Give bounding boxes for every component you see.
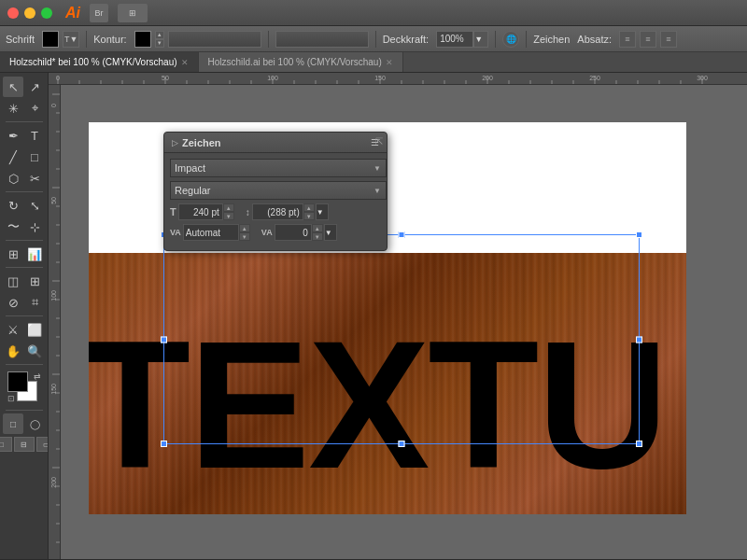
font-size-row: T ▲ ▼ ↕: [170, 203, 381, 220]
kerning-spinbox-btns: ▲ ▼: [239, 224, 250, 241]
font-color-swatch[interactable]: [42, 31, 59, 48]
pen-tool-btn[interactable]: ✒: [3, 125, 23, 146]
align-center-btn[interactable]: ≡: [640, 31, 656, 48]
deckkraft-input[interactable]: [436, 31, 473, 48]
font-style-select[interactable]: Regular: [170, 181, 387, 200]
blend-tool-btn[interactable]: ⌗: [24, 292, 45, 313]
leading-input[interactable]: [252, 203, 303, 220]
symbol-tool-btn[interactable]: ⊞: [3, 244, 23, 264]
direct-selection-tool-btn[interactable]: ↗: [24, 77, 45, 97]
leading-unit-select[interactable]: ▼: [316, 203, 329, 220]
eraser-tool-btn[interactable]: ⬜: [24, 319, 45, 340]
hand-tool-btn[interactable]: ✋: [3, 341, 23, 361]
kontur-up[interactable]: ▲: [155, 31, 164, 39]
kerning-up-btn[interactable]: ▲: [239, 224, 250, 232]
font-family-row: Impact ▼: [170, 159, 381, 177]
kontur-down[interactable]: ▼: [155, 39, 164, 48]
presentation-mode-btn[interactable]: ▭: [36, 437, 49, 452]
profile-select[interactable]: [275, 31, 369, 48]
tracking-unit-select[interactable]: ▼: [324, 224, 337, 241]
panel-collapse-btn[interactable]: ▷: [172, 138, 178, 147]
warp-tool-btn[interactable]: 〜: [3, 217, 23, 237]
zeichen-panel-titlebar[interactable]: ▷ Zeichen ☰ ⇱: [164, 133, 387, 153]
gradient-tool-btn[interactable]: ◫: [3, 271, 23, 291]
zeichen-panel: ▷ Zeichen ☰ ⇱ Impact ▼: [163, 132, 388, 251]
tool-separator-7: [6, 410, 43, 411]
font-family-select[interactable]: Impact: [170, 159, 387, 177]
tab-label: Holzschild.ai bei 100 % (CMYK/Vorschau): [208, 57, 382, 67]
slice-tool-btn[interactable]: ⚔: [3, 319, 23, 340]
kerning-down-btn[interactable]: ▼: [239, 232, 250, 241]
canvas-text: TEXTU: [89, 314, 667, 496]
close-button[interactable]: [7, 7, 19, 19]
zeichen-label[interactable]: Zeichen: [533, 34, 570, 45]
swap-colors-icon[interactable]: ⇄: [34, 371, 41, 381]
paintbucket-tool-btn[interactable]: ⬡: [3, 168, 23, 189]
stroke-btn[interactable]: ◯: [24, 413, 45, 434]
zeichen-panel-body: Impact ▼ Regular ▼: [164, 153, 387, 250]
settings-globe-icon[interactable]: 🌐: [502, 31, 519, 48]
bridge-icon[interactable]: Br: [90, 4, 108, 22]
options-bar: Schrift T▼ Kontur: ▲ ▼ Deckkraft: ▼ 🌐 Ze…: [0, 26, 747, 52]
panel-resize-icon[interactable]: ⇱: [375, 136, 383, 147]
tracking-spinbox: ▲ ▼ ▼: [275, 224, 337, 241]
font-options-btn[interactable]: T▼: [63, 31, 79, 48]
rotate-tool-btn[interactable]: ↻: [3, 195, 23, 216]
toolbar: ↖ ↗ ✳ ⌖ ✒ T ╱ □ ⬡ ✂ ↻ ⤡ 〜 ⊹ ⊞: [0, 73, 49, 559]
fullscreen-mode-btn[interactable]: ⊟: [14, 437, 35, 452]
zoom-tool-btn[interactable]: 🔍: [24, 341, 45, 361]
arrangement-icon[interactable]: ⊞: [118, 4, 148, 22]
default-colors-icon[interactable]: ⊡: [7, 394, 15, 403]
graph-tool-btn[interactable]: 📊: [24, 244, 45, 264]
tool-separator-2: [6, 191, 43, 192]
font-size-input[interactable]: [178, 203, 223, 220]
normal-mode-btn[interactable]: □: [0, 437, 12, 452]
leading-up-btn[interactable]: ▲: [303, 203, 315, 212]
main-canvas[interactable]: TEXTU ▷ Zei: [61, 85, 747, 559]
tool-separator-3: [6, 240, 43, 241]
eyedropper-tool-btn[interactable]: ⊘: [3, 292, 23, 313]
tracking-input[interactable]: [275, 224, 312, 241]
free-transform-btn[interactable]: ⊹: [24, 217, 45, 237]
slice-row: ⚔ ⬜: [3, 319, 45, 340]
tab-holzschild-modified[interactable]: Holzschild* bei 100 % (CMYK/Vorschau) ✕: [0, 52, 199, 72]
font-size-down-btn[interactable]: ▼: [223, 212, 234, 220]
leading-spinbox-btns: ▲ ▼: [303, 203, 315, 220]
lasso-tool-btn[interactable]: ⌖: [24, 98, 45, 119]
font-size-up-btn[interactable]: ▲: [223, 203, 234, 212]
line-tools-row: ╱ □: [3, 147, 45, 167]
minimize-button[interactable]: [24, 7, 35, 19]
vertical-ruler: [49, 85, 61, 559]
scissors-tool-btn[interactable]: ✂: [24, 168, 45, 189]
align-left-btn[interactable]: ≡: [619, 31, 636, 48]
canvas-area: TEXTU ▷ Zei: [49, 73, 747, 559]
magic-wand-tool-btn[interactable]: ✳: [3, 98, 23, 119]
canvas-with-ruler: TEXTU ▷ Zei: [49, 85, 747, 559]
divider1: [86, 31, 87, 48]
maximize-button[interactable]: [41, 7, 52, 19]
tab-holzschild-ai[interactable]: Holzschild.ai bei 100 % (CMYK/Vorschau) …: [199, 52, 403, 72]
fill-stroke-row: □ ◯: [3, 413, 45, 434]
screen-mode-row: □ ⊟ ▭: [0, 437, 49, 452]
rect-tool-btn[interactable]: □: [24, 147, 45, 167]
kerning-select[interactable]: Automat: [183, 224, 239, 241]
tracking-spinbox-btns: ▲ ▼: [312, 224, 323, 241]
type-tool-btn[interactable]: T: [24, 125, 45, 146]
deckkraft-select[interactable]: ▼: [473, 31, 488, 48]
tracking-up-btn[interactable]: ▲: [312, 224, 323, 232]
fill-btn[interactable]: □: [3, 413, 23, 434]
mesh-tool-btn[interactable]: ⊞: [24, 271, 45, 291]
leading-down-btn[interactable]: ▼: [303, 212, 315, 220]
color-swatches: ⇄ ⊡: [7, 371, 41, 403]
line-tool-btn[interactable]: ╱: [3, 147, 23, 167]
scale-tool-btn[interactable]: ⤡: [24, 195, 45, 216]
tab-close-btn[interactable]: ✕: [181, 58, 189, 67]
tracking-down-btn[interactable]: ▼: [312, 232, 323, 241]
tab-close-btn2[interactable]: ✕: [386, 58, 393, 67]
foreground-color-swatch[interactable]: [7, 371, 28, 392]
tracking-icon: VA: [261, 228, 273, 237]
selection-tool-btn[interactable]: ↖: [3, 77, 23, 97]
kontur-select[interactable]: [168, 31, 261, 48]
align-right-btn[interactable]: ≡: [660, 31, 677, 48]
kontur-swatch[interactable]: [134, 31, 151, 48]
